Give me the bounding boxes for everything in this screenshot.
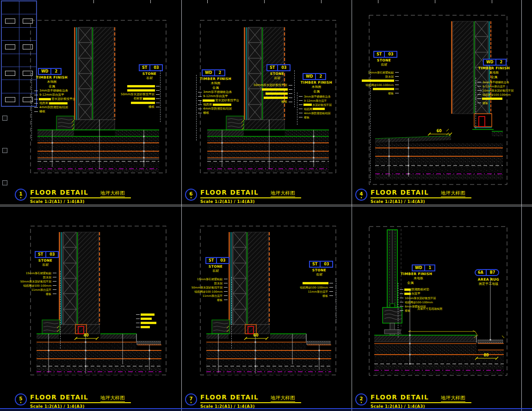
detail-title-block: 4 FLOOR DETAIL地坪大样图 Scale 1:2(A1) / 1:4(… bbox=[355, 189, 471, 204]
annotation-text: 50mm厚水泥砂浆找平层 bbox=[20, 279, 52, 283]
annotation-text: 楼板 bbox=[203, 111, 210, 115]
annotation-row bbox=[108, 101, 160, 105]
annotation-row: 15mm厚石材胶粘贴 bbox=[356, 70, 399, 74]
margin-mark bbox=[2, 116, 7, 121]
tag-number: 03 bbox=[150, 65, 162, 70]
floor-detail-panel-3: 60 ST03 STONE 石材 15mm厚石材胶粘贴 防水层 锚筋网@100-… bbox=[353, 0, 522, 206]
detail-title-block: 1 FLOOR DETAIL地坪大样图 Scale 1:2(A1) / 1:4(… bbox=[15, 189, 131, 204]
tag-number: 2 bbox=[496, 60, 506, 65]
panel-divider bbox=[352, 0, 352, 411]
annotation-text: 楼板 bbox=[148, 105, 155, 109]
annotation-text: 锚筋网@100-100mm bbox=[365, 83, 394, 87]
annotation-row: 锚筋网@100-100mm bbox=[356, 83, 399, 87]
annotation-row bbox=[356, 87, 399, 91]
annotation-row: 防水层 bbox=[187, 281, 228, 285]
annotation-row: 石材胶 bbox=[108, 97, 160, 101]
finish-name: TIMBER FINISH 木饰面 金属 bbox=[26, 75, 78, 89]
finish-tag-st: ST03 bbox=[373, 51, 397, 58]
finish-name: STONE 石材 bbox=[256, 72, 298, 80]
annotation-text: 10mm厚水泥砂浆找平层 bbox=[482, 88, 514, 92]
annotation-text: 水泥砂浆找平层 bbox=[312, 103, 332, 107]
highlight-bar bbox=[362, 80, 394, 82]
annotation-row: 自流平 bbox=[400, 292, 436, 296]
annotation-text: 锚筋网@100-100mm bbox=[23, 283, 52, 288]
annotation-row: 楼板 bbox=[16, 292, 56, 296]
annotation-row: 楼板 bbox=[187, 298, 228, 302]
annotation-text: 需水泥砂浆找平台 bbox=[215, 98, 240, 103]
annotation-text: 地面刷 bbox=[203, 103, 213, 107]
leader-spine bbox=[297, 92, 297, 125]
annotation-text: 楼板 bbox=[322, 294, 328, 298]
detail-title: FLOOR DETAIL bbox=[200, 393, 259, 401]
annotation-row: 楼板 bbox=[34, 110, 76, 114]
highlight-bar bbox=[143, 98, 155, 100]
annotation-text: 楼板 bbox=[281, 100, 288, 104]
finish-tag-wd: WD2 bbox=[38, 68, 62, 75]
annotation-text: 11mm厚自流平 bbox=[308, 289, 328, 294]
highlight-bar bbox=[213, 104, 231, 106]
annotation-text: 3mm厚不锈钢收边条 bbox=[39, 89, 68, 93]
detail-title-zh: 地坪大样图 bbox=[441, 190, 465, 197]
panel-divider bbox=[181, 0, 182, 411]
highlight-bar bbox=[303, 282, 328, 285]
annotation-text: 楼板 bbox=[482, 101, 489, 105]
highlight-bar bbox=[131, 102, 155, 104]
annotation-row: 4mm厚防潮垫粘结层 bbox=[34, 105, 76, 110]
highlight-bar bbox=[264, 97, 288, 99]
annotation-list: 15mm厚石材胶粘贴 防水层 50mm厚水泥砂浆找平层 锚筋网@100-100m… bbox=[187, 277, 228, 302]
annotation-text: 15mm厚石材胶粘贴 bbox=[197, 277, 223, 281]
annotation-text: 4mm厚防潮垫粘结层 bbox=[303, 111, 331, 115]
highlight-bar bbox=[141, 326, 150, 329]
margin-mark bbox=[2, 180, 7, 185]
annotation-row: 水泥砂浆找平层 bbox=[299, 103, 332, 107]
annotation-text: 楼板 bbox=[303, 115, 310, 119]
detail-title-block: 6 FLOOR DETAIL地坪大样图 Scale 1:2(A1) / 1:4(… bbox=[185, 189, 301, 204]
tag-number: 03 bbox=[321, 262, 332, 267]
floor-detail-panel-6: 80 WD1 TIMBER FINISH 木地板 金属 防潮面板衬垫 自流平 1… bbox=[353, 206, 522, 411]
highlight-bar bbox=[203, 99, 215, 102]
tag-code: ST bbox=[140, 65, 150, 70]
annotation-row: 10mm厚水泥砂浆找平层 bbox=[400, 296, 436, 300]
finish-tag-st: ST03 bbox=[139, 64, 163, 71]
tag-code: WD bbox=[303, 74, 316, 79]
annotation-text: 防水层 bbox=[43, 275, 52, 279]
annotation-text: 50mm厚水泥砂浆找平层 bbox=[191, 285, 223, 289]
dimension-value: 60 bbox=[436, 129, 442, 133]
annotation-row: 锚筋网 bbox=[299, 107, 332, 111]
annotation-text: 锚筋网 bbox=[303, 107, 313, 111]
finish-name: TIMBER FINISH 木地板 金属 bbox=[401, 272, 452, 285]
annotation-text: 防水层 bbox=[385, 74, 394, 79]
finish-name: TIMBER FINISH 木地板 金属 bbox=[470, 66, 518, 80]
annotation-row: 4mm厚防潮垫粘结层 bbox=[299, 111, 332, 115]
floor-detail-panel-5: 60 ST03 STONE 石材 15mm厚石材胶粘贴 防水层 50mm厚水泥砂… bbox=[183, 206, 352, 411]
detail-number: 6 bbox=[189, 191, 192, 196]
tag-number: 03 bbox=[46, 252, 58, 257]
finish-tag-st: ST03 bbox=[309, 261, 333, 268]
finish-name: STONE 石材 bbox=[194, 264, 237, 273]
leader-spine bbox=[160, 70, 161, 122]
detail-title-block: 7 FLOOR DETAIL地坪大样图 Scale 1:2(A1) / 1:4(… bbox=[185, 393, 301, 409]
annotation-row: 3mm厚不锈钢收边条 bbox=[34, 89, 76, 93]
annotation-text: 锚筋网@100-100mm bbox=[482, 92, 511, 97]
finish-tag-wd: WD1 bbox=[412, 264, 435, 271]
annotation-text: 锚筋网@100-100mm bbox=[299, 285, 328, 289]
detail-scale: Scale 1:2(A1) / 1:4(A3) bbox=[30, 404, 131, 409]
annotation-text: 地面刷 bbox=[39, 101, 49, 105]
annotation-list: 3mm厚不锈钢收边条 9-12mm厚自流平 需水泥砂浆找平台 地面刷 4mm厚防… bbox=[34, 89, 76, 114]
annotation-row: 9-12mm厚自流平 bbox=[477, 84, 514, 88]
annotation-row: 50mm厚水泥砂浆找平层 bbox=[242, 83, 292, 87]
finish-tag-st: ST03 bbox=[205, 257, 229, 264]
detail-drawing: 40 bbox=[30, 226, 167, 375]
annotation-row: 10mm厚水泥砂浆找平层 bbox=[477, 88, 514, 92]
annotation-text: 3mm厚不锈钢收边条 bbox=[482, 80, 510, 84]
annotation-row bbox=[108, 84, 160, 88]
annotation-row bbox=[356, 79, 399, 83]
leader-spine bbox=[476, 78, 476, 129]
annotation-row bbox=[289, 281, 333, 285]
tag-code: ST bbox=[374, 52, 385, 57]
annotation-row: 地面刷 bbox=[34, 101, 76, 105]
annotation-row bbox=[477, 97, 514, 101]
dimension-value: 60 bbox=[253, 333, 259, 337]
annotation-text: 9-12mm厚自流平 bbox=[39, 93, 64, 97]
detail-number: 2 bbox=[359, 396, 363, 401]
